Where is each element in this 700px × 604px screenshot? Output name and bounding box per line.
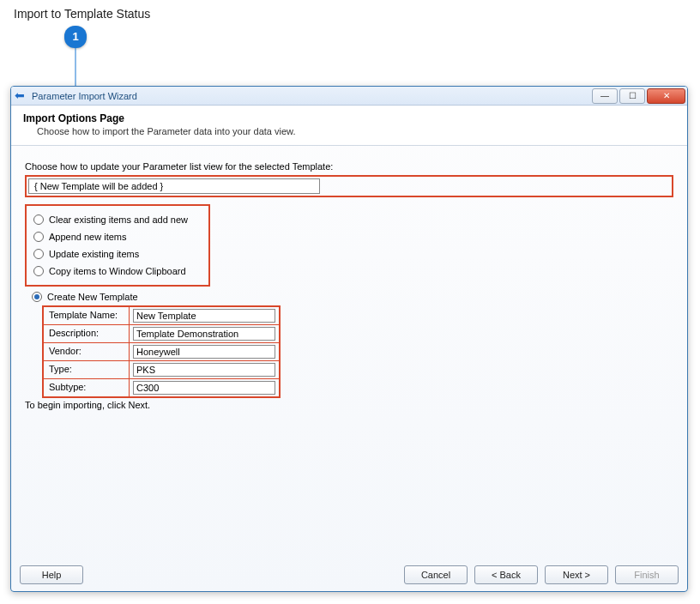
label-vendor: Vendor: bbox=[44, 343, 130, 360]
radio-copy-clipboard[interactable]: Copy items to Window Clipboard bbox=[33, 263, 202, 280]
new-template-form: Template Name: Description: Vendor: Type… bbox=[42, 305, 281, 398]
label-template-name: Template Name: bbox=[44, 307, 130, 324]
radio-icon bbox=[33, 266, 44, 276]
back-button[interactable]: < Back bbox=[474, 565, 538, 584]
header-pane: Import Options Page Choose how to import… bbox=[11, 106, 687, 146]
button-bar: Help Cancel < Back Next > Finish bbox=[20, 565, 679, 584]
window-title: Parameter Import Wizard bbox=[32, 91, 137, 101]
body-pane: Choose how to update your Parameter list… bbox=[11, 146, 687, 410]
input-subtype[interactable] bbox=[133, 381, 275, 395]
radio-icon bbox=[32, 292, 42, 302]
update-options-group: Clear existing items and add new Append … bbox=[25, 204, 210, 287]
label-description: Description: bbox=[44, 325, 130, 342]
input-template-name[interactable] bbox=[133, 309, 275, 323]
back-arrow-icon[interactable]: ⬅ bbox=[15, 89, 28, 103]
wizard-window: ⬅ Parameter Import Wizard — ☐ ✕ Import O… bbox=[10, 86, 688, 592]
radio-icon bbox=[33, 214, 44, 225]
hint-text: To begin importing, click Next. bbox=[25, 400, 673, 410]
minimize-button[interactable]: — bbox=[592, 88, 618, 104]
cancel-button[interactable]: Cancel bbox=[404, 565, 468, 584]
radio-update-existing[interactable]: Update existing items bbox=[33, 245, 202, 263]
status-text: { New Template will be added } bbox=[28, 178, 320, 194]
label-type: Type: bbox=[44, 361, 130, 378]
radio-label: Update existing items bbox=[49, 249, 139, 259]
radio-create-new-template[interactable]: Create New Template bbox=[25, 287, 673, 305]
radio-label: Clear existing items and add new bbox=[49, 214, 188, 225]
finish-button[interactable]: Finish bbox=[615, 565, 679, 584]
maximize-button[interactable]: ☐ bbox=[619, 88, 645, 104]
radio-icon bbox=[33, 249, 44, 259]
input-type[interactable] bbox=[133, 363, 275, 377]
titlebar: ⬅ Parameter Import Wizard — ☐ ✕ bbox=[11, 87, 687, 106]
radio-label: Copy items to Window Clipboard bbox=[49, 266, 186, 276]
page-heading: Import to Template Status bbox=[14, 7, 150, 21]
radio-label: Append new items bbox=[49, 232, 127, 242]
input-description[interactable] bbox=[133, 327, 275, 341]
radio-icon bbox=[33, 232, 44, 242]
radio-clear-existing[interactable]: Clear existing items and add new bbox=[33, 211, 202, 228]
next-button[interactable]: Next > bbox=[545, 565, 608, 584]
help-button[interactable]: Help bbox=[20, 565, 83, 584]
close-button[interactable]: ✕ bbox=[647, 88, 685, 104]
callout-1-badge: 1 bbox=[64, 26, 87, 48]
radio-label: Create New Template bbox=[47, 292, 138, 302]
status-box: { New Template will be added } bbox=[25, 175, 673, 197]
prompt-text: Choose how to update your Parameter list… bbox=[25, 161, 673, 172]
label-subtype: Subtype: bbox=[44, 379, 130, 396]
input-vendor[interactable] bbox=[133, 345, 275, 359]
radio-append-new[interactable]: Append new items bbox=[33, 228, 202, 245]
page-subtitle: Choose how to import the Parameter data … bbox=[37, 126, 675, 136]
page-title: Import Options Page bbox=[23, 112, 675, 124]
